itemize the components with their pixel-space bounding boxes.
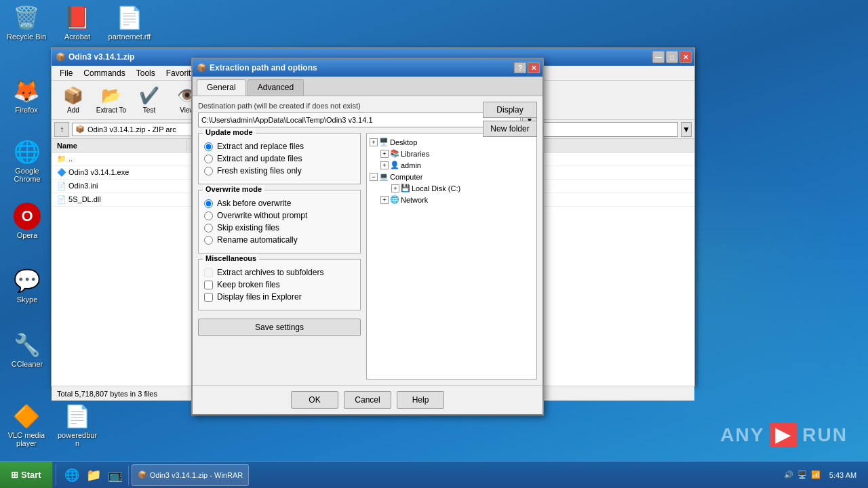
radio-skip-existing[interactable]: Skip existing files (204, 223, 355, 232)
radio-ask-before-label: Ask before overwrite (217, 199, 291, 208)
radio-rename-auto[interactable]: Rename automatically (204, 235, 355, 245)
tree-expand-admin[interactable]: + (380, 161, 389, 169)
radio-fresh-existing-input[interactable] (204, 167, 213, 176)
address-dropdown-arrow[interactable]: ▼ (681, 122, 692, 137)
tray-wifi-icon[interactable]: 📶 (811, 470, 821, 479)
tree-item-desktop[interactable]: + 🖥️ Desktop (370, 136, 534, 148)
extraction-title-text: Extraction path and options (210, 63, 317, 73)
tab-general[interactable]: General (197, 79, 246, 96)
taskbar-divider (56, 464, 56, 486)
radio-overwrite-without-input[interactable] (204, 211, 213, 220)
toolbar-test-button[interactable]: ✔️ Test (132, 83, 167, 117)
acrobat-label: Acrobat (56, 33, 99, 41)
taskbar-clock[interactable]: 5:43 AM (826, 471, 860, 479)
tree-expand-desktop[interactable]: + (370, 138, 378, 146)
taskbar: ⊞ Start 🌐 📁 📺 📦 Odin3 v3.14.1.zip - WinR… (0, 461, 868, 488)
extraction-left-panel: Update mode Extract and replace files Ex… (198, 133, 361, 380)
save-settings-button[interactable]: Save settings (198, 319, 361, 336)
radio-ask-before-input[interactable] (204, 199, 213, 208)
ok-button[interactable]: OK (291, 391, 338, 409)
desktop-icon-acrobat[interactable]: 📕 Acrobat (53, 1, 102, 43)
radio-ask-before[interactable]: Ask before overwrite (204, 199, 355, 208)
menu-file[interactable]: File (54, 67, 78, 79)
new-folder-button[interactable]: New folder (483, 121, 537, 137)
tree-item-network[interactable]: + 🌐 Network (370, 194, 534, 205)
tree-expand-local-disk[interactable]: + (391, 184, 399, 192)
toolbar-add-button[interactable]: 📦 Add (56, 83, 91, 117)
desktop-icon-partnernet[interactable]: 📄 partnernet.rff (105, 1, 154, 43)
toolbar-extract-label: Extract To (96, 106, 126, 114)
radio-extract-replace[interactable]: Extract and replace files (204, 142, 355, 151)
extraction-title-icon: 📦 (197, 63, 207, 73)
radio-overwrite-without[interactable]: Overwrite without prompt (204, 211, 355, 220)
add-icon: 📦 (63, 86, 83, 105)
radio-skip-existing-label: Skip existing files (217, 223, 279, 232)
localdisk-tree-icon: 💾 (401, 184, 410, 192)
check-display-explorer[interactable]: Display files in Explorer (204, 292, 355, 302)
ccleaner-label: CCleaner (5, 360, 49, 368)
desktop-icon-chrome[interactable]: 🌐 Google Chrome (3, 136, 52, 186)
winrar-minimize-button[interactable]: — (652, 51, 665, 63)
desktop-icon-vlc[interactable]: 🔶 VLC media player (2, 400, 51, 450)
taskbar-folder-icon[interactable]: 📁 (83, 465, 104, 485)
radio-extract-replace-label: Extract and replace files (217, 142, 304, 151)
winrar-title-text: Odin3 v3.14.1.zip (68, 52, 134, 62)
address-back-button[interactable]: ↑ (54, 122, 69, 137)
desktop-icon-firefox[interactable]: 🦊 Firefox (2, 75, 51, 117)
menu-tools[interactable]: Tools (131, 67, 161, 79)
extraction-titlebar: 📦 Extraction path and options ? ✕ (193, 59, 542, 77)
winrar-close-button[interactable]: ✕ (679, 51, 692, 63)
extraction-tree-panel[interactable]: + 🖥️ Desktop + 📚 Libraries + 👤 admin (366, 133, 537, 380)
dest-path-input[interactable] (198, 113, 521, 127)
radio-rename-auto-input[interactable] (204, 236, 213, 245)
toolbar-test-label: Test (143, 106, 155, 114)
address-dropdown[interactable] (542, 122, 678, 137)
tree-item-admin[interactable]: + 👤 admin (370, 159, 534, 171)
radio-extract-replace-input[interactable] (204, 142, 213, 151)
network-tree-label: Network (401, 196, 428, 204)
taskbar-ie-icon[interactable]: 🌐 (62, 465, 82, 485)
tab-advanced[interactable]: Advanced (248, 79, 304, 96)
toolbar-add-label: Add (67, 106, 79, 114)
skype-label: Skype (5, 296, 49, 304)
tree-expand-network[interactable]: + (380, 196, 389, 204)
check-extract-subfolders-label: Extract archives to subfolders (217, 268, 323, 277)
desktop-tree-icon: 🖥️ (379, 138, 389, 146)
toolbar-extract-to-button[interactable]: 📂 Extract To (94, 83, 129, 117)
check-display-explorer-input[interactable] (204, 293, 213, 302)
taskbar-media-icon[interactable]: 📺 (105, 465, 125, 485)
tray-network-icon[interactable]: 🖥️ (797, 470, 807, 479)
desktop-icon-opera[interactable]: O Opera (3, 200, 52, 242)
tree-expand-libraries[interactable]: + (380, 150, 389, 158)
tree-expand-computer[interactable]: − (370, 173, 378, 181)
cancel-button[interactable]: Cancel (344, 391, 391, 409)
desktop-icon-poweredburn[interactable]: 📄 poweredburn (53, 400, 102, 450)
extract-icon: 📂 (101, 86, 121, 105)
miscellaneous-legend: Miscellaneous (203, 254, 259, 262)
taskbar-winrar-item[interactable]: 📦 Odin3 v3.14.1.zip - WinRAR (132, 464, 250, 486)
check-keep-broken-input[interactable] (204, 281, 213, 289)
display-button[interactable]: Display (483, 102, 537, 118)
help-button[interactable]: Help (397, 391, 444, 409)
start-button[interactable]: ⊞ Start (0, 462, 53, 489)
extraction-help-btn[interactable]: ? (514, 62, 526, 73)
tray-volume-icon[interactable]: 🔊 (784, 470, 793, 479)
desktop-icon-recycle-bin[interactable]: 🗑️ Recycle Bin (2, 1, 51, 43)
extraction-close-button[interactable]: ✕ (528, 62, 540, 73)
menu-commands[interactable]: Commands (78, 67, 130, 79)
tree-item-computer[interactable]: − 💻 Computer (370, 171, 534, 182)
localdisk-tree-label: Local Disk (C:) (412, 184, 460, 192)
radio-skip-existing-input[interactable] (204, 224, 213, 232)
winrar-maximize-button[interactable]: □ (666, 51, 678, 63)
radio-extract-update-input[interactable] (204, 155, 213, 163)
column-header-name[interactable]: Name (52, 140, 187, 151)
libraries-tree-icon: 📚 (390, 149, 399, 158)
tree-item-libraries[interactable]: + 📚 Libraries (370, 148, 534, 159)
radio-fresh-existing[interactable]: Fresh existing files only (204, 166, 355, 176)
start-icon: ⊞ (11, 470, 18, 480)
tree-item-local-disk[interactable]: + 💾 Local Disk (C:) (370, 182, 534, 194)
radio-extract-update[interactable]: Extract and update files (204, 154, 355, 163)
desktop-icon-skype[interactable]: 💬 Skype (3, 264, 52, 306)
desktop-icon-ccleaner[interactable]: 🔧 CCleaner (3, 329, 52, 371)
check-keep-broken[interactable]: Keep broken files (204, 280, 355, 289)
